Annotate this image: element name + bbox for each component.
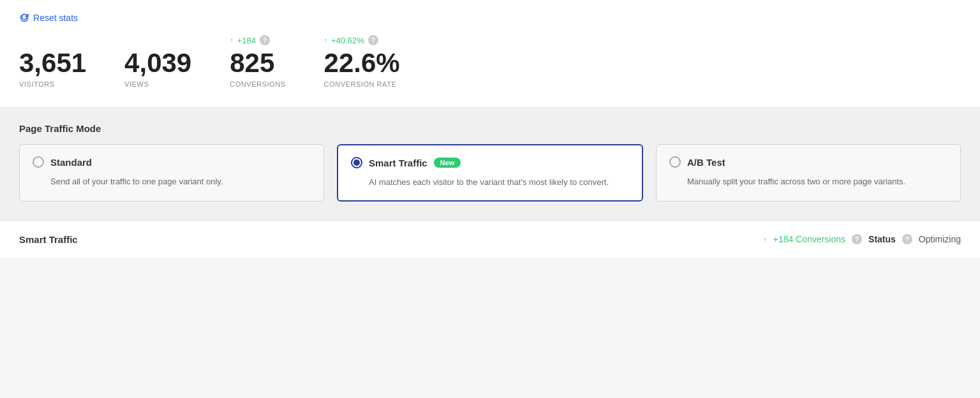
views-value: 4,039	[124, 48, 191, 78]
bar-conversions-help-icon[interactable]: ?	[852, 234, 862, 244]
conversion-rate-label: CONVERSION RATE	[324, 80, 400, 88]
reset-stats-button[interactable]: Reset stats	[19, 13, 78, 23]
views-label: VIEWS	[124, 80, 191, 88]
smart-traffic-bar-label: Smart Traffic	[19, 234, 78, 245]
visitors-stat: 3,651 VISITORS	[19, 33, 86, 88]
ab-test-traffic-card[interactable]: A/B Test Manually split your traffic acr…	[656, 144, 961, 202]
smart-traffic-radio[interactable]	[351, 157, 362, 168]
conversions-delta: +184	[237, 36, 256, 45]
standard-traffic-card[interactable]: Standard Send all of your traffic to one…	[19, 144, 324, 202]
smart-traffic-card-description: AI matches each visitor to the variant t…	[369, 176, 629, 189]
ab-test-card-header: A/B Test	[669, 156, 947, 168]
bar-arrow-icon: ↑	[763, 235, 767, 243]
views-stat: 4,039 VIEWS	[124, 33, 191, 88]
traffic-section-title: Page Traffic Mode	[19, 123, 961, 134]
smart-traffic-radio-inner	[353, 159, 360, 166]
conversions-help-icon[interactable]: ?	[260, 35, 270, 45]
conversion-rate-help-icon[interactable]: ?	[368, 35, 378, 45]
conversions-arrow-icon: ↑	[230, 36, 234, 44]
smart-traffic-new-badge: New	[434, 158, 461, 168]
standard-card-title: Standard	[50, 157, 92, 168]
stats-row: 3,651 VISITORS 4,039 VIEWS ↑ +184 ? 825 …	[19, 33, 961, 88]
standard-card-description: Send all of your traffic to one page var…	[50, 175, 311, 188]
conversion-rate-delta: +40.62%	[331, 36, 364, 45]
conversion-rate-stat: ↑ +40.62% ? 22.6% CONVERSION RATE	[324, 33, 400, 88]
standard-radio[interactable]	[33, 156, 44, 168]
standard-card-header: Standard	[33, 156, 311, 168]
ab-test-card-description: Manually split your traffic across two o…	[687, 175, 947, 188]
bar-conversions-value: +184 Conversions	[773, 234, 845, 244]
conversion-rate-delta-row: ↑ +40.62% ?	[324, 33, 400, 47]
bar-status-value: Optimizing	[919, 234, 961, 244]
smart-traffic-card-title: Smart Traffic	[369, 158, 427, 168]
conversion-rate-arrow-icon: ↑	[324, 36, 328, 44]
reset-icon	[19, 13, 29, 23]
conversions-label: CONVERSIONS	[230, 80, 285, 88]
bar-right: ↑ +184 Conversions ? Status ? Optimizing	[763, 234, 961, 244]
visitors-value: 3,651	[19, 48, 86, 78]
smart-traffic-bar: Smart Traffic ↑ +184 Conversions ? Statu…	[0, 221, 980, 258]
reset-stats-label: Reset stats	[33, 13, 78, 23]
conversions-stat: ↑ +184 ? 825 CONVERSIONS	[230, 33, 285, 88]
ab-test-card-title: A/B Test	[687, 157, 725, 168]
visitors-label: VISITORS	[19, 80, 86, 88]
conversions-value: 825	[230, 48, 285, 78]
smart-traffic-card[interactable]: Smart Traffic New AI matches each visito…	[337, 144, 643, 202]
bar-status-help-icon[interactable]: ?	[902, 234, 912, 244]
conversions-delta-row: ↑ +184 ?	[230, 33, 285, 47]
smart-traffic-card-header: Smart Traffic New	[351, 157, 629, 168]
conversion-rate-value: 22.6%	[324, 48, 400, 78]
bar-status-label: Status	[868, 234, 896, 244]
traffic-section: Page Traffic Mode Standard Send all of y…	[0, 108, 980, 221]
ab-test-radio[interactable]	[669, 156, 681, 168]
views-delta-row	[124, 33, 191, 47]
traffic-options: Standard Send all of your traffic to one…	[19, 144, 961, 202]
visitors-delta-row	[19, 33, 86, 47]
